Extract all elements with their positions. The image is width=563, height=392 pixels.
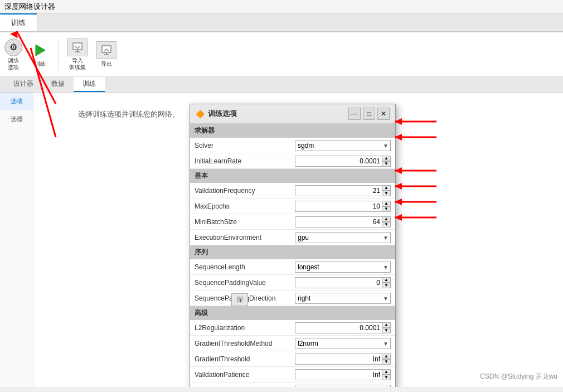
spin-up-l2-regularization[interactable]: ▲ [382, 322, 391, 328]
modal-close-button[interactable]: ✕ [377, 108, 390, 120]
sequence-padding-value-input[interactable] [295, 277, 391, 288]
spin-down-l2-regularization[interactable]: ▼ [382, 328, 391, 333]
solver-select[interactable]: sgdm adam rmsprop [295, 140, 391, 151]
spin-down-max-epochs[interactable]: ▼ [382, 206, 391, 212]
sidebar-item-filter[interactable]: 选器 [0, 110, 33, 128]
tab-train[interactable]: 训练 [0, 13, 37, 31]
gear-icon: ⚙ [4, 38, 22, 56]
sequence-length-select[interactable]: longest shortest custom [295, 262, 391, 273]
gradient-threshold-method-select[interactable]: l2norm absolute-value [295, 338, 391, 349]
label-gradient-threshold-method: GradientThresholdMethod [195, 340, 295, 347]
label-validation-frequency: ValidationFrequency [195, 187, 295, 195]
sub-tab-data[interactable]: 数据 [42, 77, 74, 92]
select-wrapper-sequence-length: longest shortest custom [295, 262, 391, 273]
control-sequence-padding-direction: right left [295, 293, 391, 304]
control-shuffle: every-epoch once never [295, 385, 391, 388]
form-row-max-epochs: MaxEpochs ▲ ▼ [190, 199, 395, 214]
modal-titlebar: 🔶 训练选项 — □ ✕ [190, 104, 395, 124]
watermark: CSDN @Studying 开龙wu [480, 372, 557, 381]
label-max-epochs: MaxEpochs [195, 202, 295, 210]
spin-up-validation-frequency[interactable]: ▲ [382, 185, 391, 191]
form-row-validation-patience: ValidationPatience ▲ ▼ [190, 367, 395, 383]
control-validation-frequency: ▲ ▼ [295, 185, 391, 196]
spin-up-validation-patience[interactable]: ▲ [382, 369, 391, 375]
control-sequence-padding-value: ▲ ▼ [295, 277, 391, 288]
spin-down-initial-learn-rate[interactable]: ▼ [382, 161, 391, 167]
spin-down-gradient-threshold[interactable]: ▼ [382, 359, 391, 365]
section-sequence: 序列 [190, 245, 395, 259]
sidebar-item-options[interactable]: 选项 [0, 93, 33, 110]
form-row-gradient-threshold-method: GradientThresholdMethod l2norm absolute-… [190, 336, 395, 351]
sequence-padding-direction-select[interactable]: right left [295, 293, 391, 304]
label-solver: Solver [195, 142, 295, 149]
gradient-threshold-input[interactable] [295, 354, 391, 365]
validation-frequency-input[interactable] [295, 185, 391, 196]
label-execution-environment: ExecutionEnvironment [195, 234, 295, 241]
toolbar-train-label: 训练 [35, 60, 46, 68]
initial-learn-rate-input[interactable] [295, 156, 391, 167]
spin-up-gradient-threshold[interactable]: ▲ [382, 354, 391, 359]
spinner-btns-validation-patience: ▲ ▼ [382, 369, 391, 380]
select-wrapper-gradient-threshold-method: l2norm absolute-value [295, 338, 391, 349]
control-initial-learn-rate: ▲ ▼ [295, 156, 391, 167]
section-solver: 求解器 [190, 124, 395, 138]
modal-minimize-button[interactable]: — [348, 108, 361, 120]
control-solver: sgdm adam rmsprop [295, 140, 391, 151]
control-gradient-threshold: ▲ ▼ [295, 354, 391, 365]
main-area: 选项 选器 选择训练选项并训练您的网络。 🔶 训练选项 — [0, 93, 563, 387]
max-epochs-input[interactable] [295, 201, 391, 212]
form-row-l2-regularization: L2Regularization ▲ ▼ [190, 320, 395, 336]
spinner-gradient-threshold: ▲ ▼ [295, 354, 391, 365]
modal-scroll-area[interactable]: 求解器 Solver sgdm adam rmsprop [190, 124, 395, 387]
form-row-gradient-threshold: GradientThreshold ▲ ▼ [190, 351, 395, 367]
l2-regularization-input[interactable] [295, 322, 391, 333]
execution-environment-select[interactable]: auto gpu cpu multi-gpu parallel [295, 232, 391, 243]
label-validation-patience: ValidationPatience [195, 371, 295, 379]
toolbar-train-options[interactable]: ⚙ 训练选项 [4, 38, 22, 71]
spin-down-validation-patience[interactable]: ▼ [382, 375, 391, 380]
validation-patience-input[interactable] [295, 369, 391, 380]
tab-bar: 训练 [0, 13, 563, 32]
form-row-sequence-padding-value: SequencePaddingValue ▲ ▼ [190, 275, 395, 291]
select-wrapper-solver: sgdm adam rmsprop [295, 140, 391, 151]
toolbar-import-label: 导入训练集 [69, 57, 86, 71]
spin-up-max-epochs[interactable]: ▲ [382, 201, 391, 206]
control-max-epochs: ▲ ▼ [295, 201, 391, 212]
toolbar-separator-1 [58, 38, 59, 71]
section-advanced: 高级 [190, 306, 395, 320]
spin-up-sequence-padding-value[interactable]: ▲ [382, 277, 391, 283]
spinner-btns-sequence-padding-value: ▲ ▼ [382, 277, 391, 288]
form-row-execution-environment: ExecutionEnvironment auto gpu cpu multi-… [190, 230, 395, 245]
form-row-solver: Solver sgdm adam rmsprop [190, 138, 395, 153]
play-icon [31, 41, 49, 59]
red-arrows-right [392, 109, 470, 332]
content-area: 选择训练选项并训练您的网络。 🔶 训练选项 — □ ✕ [33, 93, 563, 387]
label-mini-batch-size: MiniBatchSize [195, 218, 295, 226]
toolbar-export[interactable]: 导出 [96, 41, 117, 68]
toolbar-train[interactable]: 训练 [31, 41, 49, 68]
shuffle-select[interactable]: every-epoch once never [295, 385, 391, 388]
label-initial-learn-rate: InitialLearnRate [195, 157, 295, 165]
spinner-validation-patience: ▲ ▼ [295, 369, 391, 380]
spin-down-sequence-padding-value[interactable]: ▼ [382, 283, 391, 288]
spinner-max-epochs: ▲ ▼ [295, 201, 391, 212]
spin-down-mini-batch-size[interactable]: ▼ [382, 222, 391, 228]
spinner-sequence-padding-value: ▲ ▼ [295, 277, 391, 288]
label-shuffle: Shuffle [195, 386, 295, 388]
sub-tab-train[interactable]: 训练 [74, 77, 105, 92]
modal-title-icon: 🔶 [196, 110, 205, 118]
spinner-btns-gradient-threshold: ▲ ▼ [382, 354, 391, 365]
mini-batch-size-input[interactable] [295, 216, 391, 228]
control-mini-batch-size: ▲ ▼ [295, 216, 391, 228]
spinner-validation-frequency: ▲ ▼ [295, 185, 391, 196]
spin-down-validation-frequency[interactable]: ▼ [382, 191, 391, 196]
sub-tab-designer[interactable]: 设计器 [4, 77, 42, 92]
toolbar-import[interactable]: 导入训练集 [67, 38, 88, 71]
modal-restore-button[interactable]: □ [363, 108, 375, 120]
spin-up-mini-batch-size[interactable]: ▲ [382, 216, 391, 222]
form-row-mini-batch-size: MiniBatchSize ▲ ▼ [190, 214, 395, 230]
spin-up-initial-learn-rate[interactable]: ▲ [382, 156, 391, 161]
spinner-btns-validation-frequency: ▲ ▼ [382, 185, 391, 196]
control-l2-regularization: ▲ ▼ [295, 322, 391, 333]
form-row-initial-learn-rate: InitialLearnRate ▲ ▼ [190, 153, 395, 169]
